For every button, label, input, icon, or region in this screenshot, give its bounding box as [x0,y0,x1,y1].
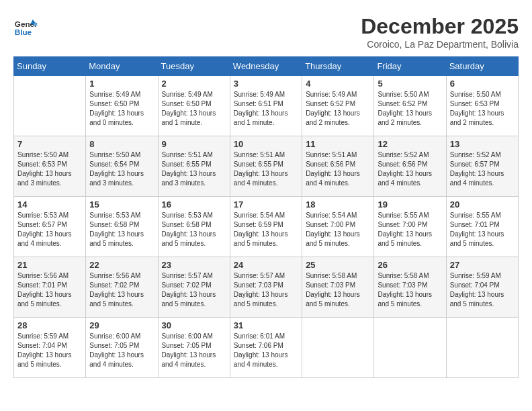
title-area: December 2025 Coroico, La Paz Department… [361,13,519,50]
calendar-cell: 17Sunrise: 5:54 AM Sunset: 6:59 PM Dayli… [230,197,302,257]
header-monday: Monday [86,57,158,76]
calendar-cell: 21Sunrise: 5:56 AM Sunset: 7:01 PM Dayli… [14,257,86,318]
day-number: 11 [306,139,370,149]
day-number: 6 [450,79,515,89]
day-number: 28 [17,320,82,330]
day-info: Sunrise: 5:58 AM Sunset: 7:03 PM Dayligh… [306,271,370,309]
day-info: Sunrise: 6:00 AM Sunset: 7:05 PM Dayligh… [162,332,226,369]
logo: General Blue [13,13,38,38]
calendar-week-4: 21Sunrise: 5:56 AM Sunset: 7:01 PM Dayli… [14,257,519,318]
calendar-cell: 6Sunrise: 5:50 AM Sunset: 6:53 PM Daylig… [446,76,518,136]
day-number: 16 [162,199,226,210]
day-info: Sunrise: 5:50 AM Sunset: 6:53 PM Dayligh… [17,150,82,188]
day-info: Sunrise: 5:56 AM Sunset: 7:02 PM Dayligh… [89,271,154,309]
calendar-cell [302,318,374,378]
day-info: Sunrise: 5:50 AM Sunset: 6:54 PM Dayligh… [89,150,154,188]
day-info: Sunrise: 5:56 AM Sunset: 7:01 PM Dayligh… [17,271,82,309]
calendar-cell: 4Sunrise: 5:49 AM Sunset: 6:52 PM Daylig… [302,76,374,136]
calendar-cell: 30Sunrise: 6:00 AM Sunset: 7:05 PM Dayli… [158,318,230,378]
day-number: 30 [162,320,226,330]
calendar-cell [446,318,518,378]
day-info: Sunrise: 5:49 AM Sunset: 6:51 PM Dayligh… [234,90,298,128]
header-wednesday: Wednesday [230,57,302,76]
calendar-cell: 27Sunrise: 5:59 AM Sunset: 7:04 PM Dayli… [446,257,518,318]
calendar-cell: 31Sunrise: 6:01 AM Sunset: 7:06 PM Dayli… [230,318,302,378]
day-number: 7 [17,139,82,149]
day-info: Sunrise: 5:49 AM Sunset: 6:50 PM Dayligh… [162,90,226,128]
calendar-cell: 5Sunrise: 5:50 AM Sunset: 6:52 PM Daylig… [374,76,446,136]
day-number: 5 [378,79,442,89]
calendar-cell: 19Sunrise: 5:55 AM Sunset: 7:00 PM Dayli… [374,197,446,257]
day-info: Sunrise: 5:53 AM Sunset: 6:58 PM Dayligh… [162,211,226,248]
day-number: 18 [306,199,370,210]
day-number: 20 [450,199,515,210]
day-number: 12 [378,139,442,149]
day-number: 25 [306,260,370,270]
day-info: Sunrise: 5:49 AM Sunset: 6:50 PM Dayligh… [89,90,154,128]
location: Coroico, La Paz Department, Bolivia [361,39,519,50]
day-info: Sunrise: 5:57 AM Sunset: 7:03 PM Dayligh… [234,271,298,309]
calendar-cell: 3Sunrise: 5:49 AM Sunset: 6:51 PM Daylig… [230,76,302,136]
day-number: 19 [378,199,442,210]
calendar-cell: 7Sunrise: 5:50 AM Sunset: 6:53 PM Daylig… [14,136,86,197]
day-info: Sunrise: 5:54 AM Sunset: 6:59 PM Dayligh… [234,211,298,248]
day-number: 29 [89,320,154,330]
day-number: 15 [89,199,154,210]
svg-text:Blue: Blue [15,28,32,36]
calendar-cell: 2Sunrise: 5:49 AM Sunset: 6:50 PM Daylig… [158,76,230,136]
day-info: Sunrise: 5:58 AM Sunset: 7:03 PM Dayligh… [378,271,442,309]
day-info: Sunrise: 6:01 AM Sunset: 7:06 PM Dayligh… [234,332,298,369]
day-info: Sunrise: 5:55 AM Sunset: 7:01 PM Dayligh… [450,211,515,248]
day-info: Sunrise: 5:51 AM Sunset: 6:56 PM Dayligh… [306,150,370,188]
calendar-cell: 13Sunrise: 5:52 AM Sunset: 6:57 PM Dayli… [446,136,518,197]
day-info: Sunrise: 5:59 AM Sunset: 7:04 PM Dayligh… [450,271,515,309]
day-number: 2 [162,79,226,89]
page-header: General Blue December 2025 Coroico, La P… [13,13,519,50]
day-number: 21 [17,260,82,270]
day-number: 8 [89,139,154,149]
calendar-cell: 12Sunrise: 5:52 AM Sunset: 6:56 PM Dayli… [374,136,446,197]
calendar-cell: 14Sunrise: 5:53 AM Sunset: 6:57 PM Dayli… [14,197,86,257]
calendar-header-row: SundayMondayTuesdayWednesdayThursdayFrid… [14,57,519,76]
day-info: Sunrise: 5:52 AM Sunset: 6:56 PM Dayligh… [378,150,442,188]
calendar-cell: 8Sunrise: 5:50 AM Sunset: 6:54 PM Daylig… [86,136,158,197]
calendar-table: SundayMondayTuesdayWednesdayThursdayFrid… [13,56,519,378]
calendar-cell: 16Sunrise: 5:53 AM Sunset: 6:58 PM Dayli… [158,197,230,257]
day-number: 4 [306,79,370,89]
calendar-cell [14,76,86,136]
calendar-week-1: 1Sunrise: 5:49 AM Sunset: 6:50 PM Daylig… [14,76,519,136]
day-number: 23 [162,260,226,270]
calendar-body: 1Sunrise: 5:49 AM Sunset: 6:50 PM Daylig… [14,76,519,378]
header-tuesday: Tuesday [158,57,230,76]
day-info: Sunrise: 5:55 AM Sunset: 7:00 PM Dayligh… [378,211,442,248]
day-number: 13 [450,139,515,149]
day-info: Sunrise: 5:50 AM Sunset: 6:53 PM Dayligh… [450,90,515,128]
header-sunday: Sunday [14,57,86,76]
calendar-cell: 22Sunrise: 5:56 AM Sunset: 7:02 PM Dayli… [86,257,158,318]
calendar-cell: 24Sunrise: 5:57 AM Sunset: 7:03 PM Dayli… [230,257,302,318]
month-title: December 2025 [361,13,519,39]
day-info: Sunrise: 5:54 AM Sunset: 7:00 PM Dayligh… [306,211,370,248]
day-info: Sunrise: 5:52 AM Sunset: 6:57 PM Dayligh… [450,150,515,188]
header-thursday: Thursday [302,57,374,76]
calendar-cell [374,318,446,378]
day-number: 17 [234,199,298,210]
calendar-cell: 1Sunrise: 5:49 AM Sunset: 6:50 PM Daylig… [86,76,158,136]
calendar-cell: 15Sunrise: 5:53 AM Sunset: 6:58 PM Dayli… [86,197,158,257]
day-number: 31 [234,320,298,330]
day-info: Sunrise: 5:53 AM Sunset: 6:57 PM Dayligh… [17,211,82,248]
day-info: Sunrise: 5:59 AM Sunset: 7:04 PM Dayligh… [17,332,82,369]
day-number: 3 [234,79,298,89]
calendar-cell: 26Sunrise: 5:58 AM Sunset: 7:03 PM Dayli… [374,257,446,318]
calendar-week-5: 28Sunrise: 5:59 AM Sunset: 7:04 PM Dayli… [14,318,519,378]
calendar-cell: 18Sunrise: 5:54 AM Sunset: 7:00 PM Dayli… [302,197,374,257]
day-number: 24 [234,260,298,270]
day-info: Sunrise: 5:49 AM Sunset: 6:52 PM Dayligh… [306,90,370,128]
day-info: Sunrise: 5:57 AM Sunset: 7:02 PM Dayligh… [162,271,226,309]
calendar-cell: 9Sunrise: 5:51 AM Sunset: 6:55 PM Daylig… [158,136,230,197]
day-number: 27 [450,260,515,270]
day-info: Sunrise: 5:51 AM Sunset: 6:55 PM Dayligh… [162,150,226,188]
day-number: 14 [17,199,82,210]
calendar-cell: 10Sunrise: 5:51 AM Sunset: 6:55 PM Dayli… [230,136,302,197]
calendar-cell: 20Sunrise: 5:55 AM Sunset: 7:01 PM Dayli… [446,197,518,257]
